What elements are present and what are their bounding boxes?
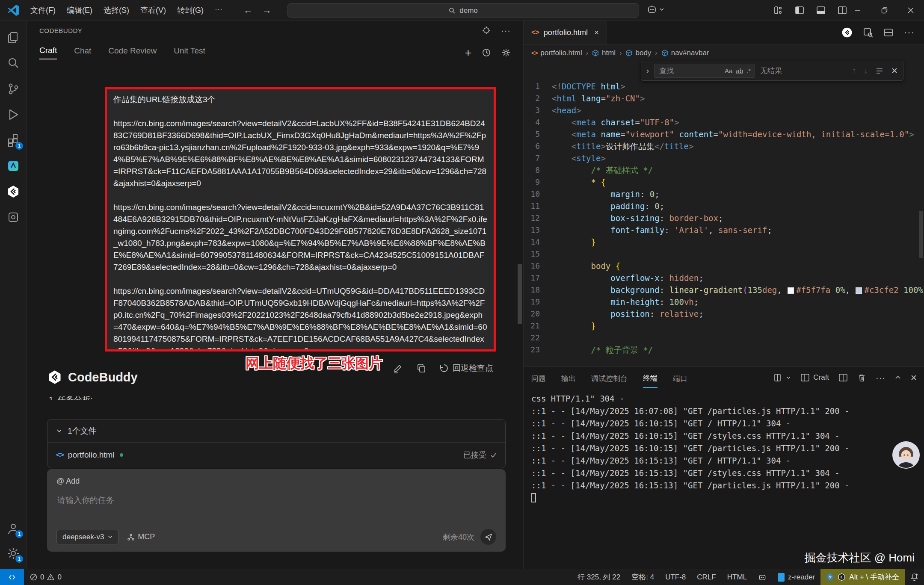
toggle-replace-icon[interactable]: › [646, 66, 649, 75]
locate-icon[interactable] [482, 26, 491, 35]
panel-tab[interactable]: 终端 [643, 368, 657, 388]
codebuddy-tab[interactable]: Code Review [108, 46, 157, 59]
find-previous-icon[interactable]: ↑ [852, 66, 856, 76]
close-panel-icon[interactable]: ✕ [910, 373, 917, 383]
codebuddy-view-icon[interactable] [6, 185, 20, 198]
breadcrumb-item[interactable]: nav#navbar [661, 49, 709, 57]
codebuddy-tab[interactable]: Unit Test [174, 46, 205, 59]
close-tab-icon[interactable]: × [594, 28, 599, 37]
line-number: 3 [524, 104, 552, 116]
panel-tab[interactable]: 端口 [673, 368, 687, 387]
extensions-icon[interactable]: 1 [6, 133, 20, 147]
toggle-sidebar-icon[interactable] [795, 6, 804, 15]
copy-icon[interactable] [416, 363, 426, 373]
language-mode-status[interactable]: HTML [722, 569, 752, 585]
menu-item[interactable]: 编辑(E) [61, 3, 98, 18]
edit-pencil-icon[interactable] [393, 363, 403, 373]
code-editor[interactable]: 1<!DOCTYPE html>2<html lang="zh-CN">3<he… [524, 61, 924, 366]
codebuddy-mini-icon [838, 573, 846, 581]
new-terminal-icon[interactable] [774, 373, 783, 382]
find-in-selection-icon[interactable] [876, 67, 883, 75]
menu-item[interactable]: 选择(S) [98, 3, 135, 18]
breadcrumb-item[interactable]: <>portfolio.html [531, 49, 582, 57]
kill-terminal-trash-icon[interactable] [857, 373, 866, 382]
file-row[interactable]: <> portfolio.html 已接受 [47, 443, 505, 467]
regex-icon[interactable]: .* [746, 67, 751, 74]
copilot-status[interactable] [752, 569, 772, 585]
problems-status[interactable]: 0 0 [24, 573, 68, 582]
panel-tab[interactable]: 输出 [561, 368, 576, 387]
close-find-icon[interactable]: ✕ [891, 66, 898, 76]
notifications-bell[interactable] [905, 569, 924, 585]
files-header[interactable]: 1个文件 [47, 420, 505, 443]
history-icon[interactable] [482, 48, 491, 57]
split-editor-icon[interactable] [883, 27, 894, 38]
codebuddy-brand: CodeBuddy [47, 369, 138, 385]
match-case-icon[interactable]: Aa [725, 67, 732, 74]
codebuddy-settings-icon[interactable] [501, 48, 511, 57]
terminal-output[interactable]: css HTTP/1.1" 304 -::1 - - [14/May/2025 … [524, 388, 924, 504]
codebuddy-tab[interactable]: Craft [39, 46, 57, 59]
panel-scrollbar[interactable] [518, 264, 522, 324]
panel-tab[interactable]: 调试控制台 [591, 368, 628, 387]
task-input[interactable] [56, 495, 496, 505]
breadcrumb-item[interactable]: body [625, 49, 651, 57]
file-status[interactable]: 已接受 [463, 450, 497, 460]
panel-tab[interactable]: 问题 [531, 368, 546, 387]
remote-indicator[interactable] [0, 569, 24, 585]
split-terminal-icon[interactable] [838, 373, 848, 382]
ai-extension-icon[interactable] [6, 159, 20, 173]
open-changes-icon[interactable] [863, 27, 873, 38]
panel-more-icon[interactable]: ··· [501, 26, 511, 35]
message-url: https://cn.bing.com/images/search?view=d… [113, 285, 487, 352]
find-next-icon[interactable]: ↓ [864, 66, 868, 76]
send-icon [485, 533, 492, 541]
model-select[interactable]: deepseek-v3 [56, 530, 118, 544]
send-button[interactable] [480, 529, 496, 545]
find-input[interactable] [658, 66, 721, 76]
autocomplete-status[interactable]: Alt + \ 手动补全 [820, 569, 905, 585]
add-context-button[interactable]: @ Add [56, 477, 496, 486]
menu-item[interactable]: 转到(G) [172, 3, 209, 18]
toggle-panel-icon[interactable] [816, 6, 826, 15]
minimize-button[interactable] [844, 0, 871, 21]
editor-scrollbar[interactable] [919, 211, 923, 258]
rollback-checkpoint-button[interactable]: 回退检查点 [439, 363, 493, 374]
indentation-status[interactable]: 空格: 4 [626, 569, 660, 585]
codebuddy-tab[interactable]: Chat [74, 46, 91, 59]
source-control-icon[interactable] [6, 82, 20, 96]
maximize-panel-icon[interactable] [895, 375, 901, 381]
accounts-icon[interactable]: 1 [6, 522, 20, 535]
menu-item[interactable]: ··· [209, 3, 228, 18]
settings-gear-icon[interactable]: 1 [6, 547, 20, 560]
restore-button[interactable] [871, 0, 897, 21]
command-search-box[interactable]: demo [287, 3, 639, 18]
menu-item[interactable]: 查看(V) [135, 3, 172, 18]
forward-arrow-icon[interactable]: → [262, 5, 272, 16]
breadcrumb-item[interactable]: html [592, 49, 616, 57]
codebuddy-editor-icon[interactable] [841, 27, 853, 38]
mcp-button[interactable]: MCP [127, 532, 155, 541]
zreader-status[interactable]: z-reader [772, 569, 820, 585]
encoding-status[interactable]: UTF-8 [660, 569, 691, 585]
explorer-icon[interactable] [6, 31, 20, 44]
terminal-profile-chevron-icon[interactable] [786, 375, 791, 380]
floating-avatar[interactable] [892, 441, 920, 469]
editor-tab-bar: <> portfolio.html × ··· [524, 21, 924, 45]
plugin-icon[interactable] [6, 210, 20, 224]
search-view-icon[interactable] [6, 56, 20, 70]
panel-more-icon[interactable]: ··· [876, 373, 886, 383]
whole-word-icon[interactable]: ab [736, 67, 743, 74]
editor-more-icon[interactable]: ··· [904, 27, 915, 38]
cursor-position-status[interactable]: 行 325, 列 22 [572, 569, 626, 585]
new-chat-icon[interactable]: + [465, 48, 471, 57]
close-window-button[interactable] [897, 0, 924, 21]
run-debug-icon[interactable] [6, 108, 20, 121]
menu-item[interactable]: 文件(F) [25, 3, 61, 18]
copilot-button[interactable] [647, 4, 664, 15]
eol-status[interactable]: CRLF [691, 569, 721, 585]
customize-layout-icon[interactable] [773, 6, 783, 15]
back-arrow-icon[interactable]: ← [243, 5, 253, 16]
craft-terminal-icon[interactable] [800, 373, 810, 382]
editor-tab[interactable]: <> portfolio.html × [524, 21, 607, 44]
